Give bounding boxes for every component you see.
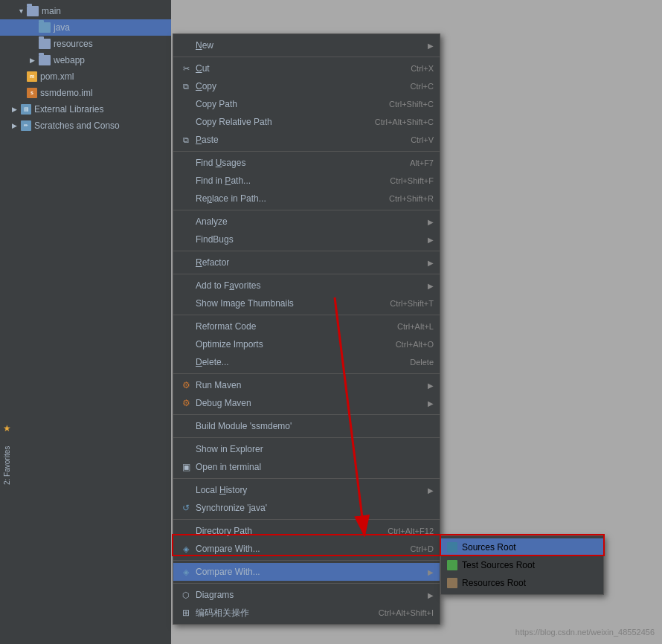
menu-item-new[interactable]: New ▶ (173, 36, 440, 54)
menu-item-local-history[interactable]: Local History ▶ (173, 481, 440, 499)
separator-13 (173, 583, 440, 584)
diagrams-icon: ⬡ (179, 588, 193, 602)
menu-item-copy-relative-path[interactable]: Copy Relative Path Ctrl+Alt+Shift+C (173, 113, 440, 131)
separator-6 (173, 315, 440, 315)
findbugs-icon (179, 233, 193, 246)
folder-icon-java (39, 22, 51, 33)
find-in-path-icon (179, 174, 193, 187)
file-tree: ▼ main java resources ▶ webapp (0, 0, 171, 137)
run-maven-icon: ⚙ (179, 379, 193, 392)
lib-icon-scratches: ✏ (21, 120, 31, 131)
paste-shortcut: Ctrl+V (411, 135, 434, 144)
menu-item-more[interactable]: ⊞ 编码相关操作 Ctrl+Alt+Shift+I (173, 604, 440, 622)
more-icon: ⊞ (179, 606, 193, 619)
delete-icon (179, 355, 193, 369)
tree-item-java[interactable]: java (0, 19, 171, 36)
menu-item-diagrams[interactable]: ⬡ Diagrams ▶ (173, 586, 440, 604)
menu-item-findbugs[interactable]: FindBugs ▶ (173, 231, 440, 248)
separator-5 (173, 274, 440, 274)
separator-1 (173, 57, 440, 57)
submenu-label-test-sources: Test Sources Root (462, 560, 535, 570)
submenu-item-sources-root[interactable]: Sources Root (441, 538, 603, 556)
menu-label-copy-path: Copy Path (196, 99, 374, 109)
tree-item-webapp[interactable]: ▶ webapp (0, 52, 171, 68)
menu-item-mark-directory[interactable]: ◈ Compare With... ▶ (173, 563, 440, 581)
tree-item-ext-libs[interactable]: ▶ ▤ External Libraries (0, 101, 171, 117)
menu-item-reformat[interactable]: Reformat Code Ctrl+Alt+L (173, 318, 440, 335)
tree-item-resources[interactable]: resources (0, 36, 171, 52)
submenu-item-test-sources-root[interactable]: Test Sources Root (441, 556, 603, 574)
menu-item-copy[interactable]: ⧉ Copy Ctrl+C (173, 77, 440, 95)
menu-item-refactor[interactable]: Refactor ▶ (173, 254, 440, 271)
replace-in-path-shortcut: Ctrl+Shift+R (389, 194, 434, 203)
sidebar: ▼ main java resources ▶ webapp (0, 0, 171, 644)
menu-item-replace-in-path[interactable]: Replace in Path... Ctrl+Shift+R (173, 190, 440, 207)
tree-item-scratches[interactable]: ▶ ✏ Scratches and Conso (0, 117, 171, 134)
menu-item-copy-path[interactable]: Copy Path Ctrl+Shift+C (173, 95, 440, 113)
synchronize-icon: ↺ (179, 501, 193, 515)
menu-label-find-usages: Find Usages (196, 158, 395, 168)
xml-icon: m (27, 71, 37, 82)
expand-arrow-scratches: ▶ (12, 122, 21, 129)
menu-label-copy-relative-path: Copy Relative Path (196, 117, 360, 127)
copy-path-shortcut: Ctrl+Shift+C (389, 100, 434, 109)
menu-item-optimize-imports[interactable]: Optimize Imports Ctrl+Alt+O (173, 335, 440, 353)
menu-label-open-terminal: Open in terminal (196, 462, 434, 472)
menu-item-compare-with[interactable]: ◈ Compare With... Ctrl+D (173, 540, 440, 558)
cut-shortcut: Ctrl+X (411, 64, 434, 73)
favorites-tab[interactable]: 2: Favorites (0, 436, 13, 495)
tree-label-main: main (42, 6, 61, 16)
menu-item-show-thumbnails[interactable]: Show Image Thumbnails Ctrl+Shift+T (173, 294, 440, 312)
menu-label-run-maven: Run Maven (196, 380, 425, 390)
find-in-path-shortcut: Ctrl+Shift+F (390, 176, 434, 185)
copy-path-icon (179, 97, 193, 111)
tree-label-java: java (54, 22, 70, 33)
menu-label-analyze: Analyze (196, 216, 425, 227)
cut-icon: ✂ (179, 62, 193, 75)
tree-label-iml: ssmdemo.iml (40, 88, 93, 98)
menu-item-add-favorites[interactable]: Add to Favorites ▶ (173, 277, 440, 294)
menu-label-new: New (196, 40, 425, 51)
menu-label-debug-maven: Debug Maven (196, 398, 425, 408)
delete-shortcut: Delete (410, 358, 434, 367)
refactor-icon (179, 256, 193, 269)
menu-item-open-terminal[interactable]: ▣ Open in terminal (173, 458, 440, 476)
copy-relative-path-icon (179, 115, 193, 129)
tree-item-iml[interactable]: s ssmdemo.iml (0, 85, 171, 101)
copy-shortcut: Ctrl+C (411, 82, 434, 91)
tree-item-main[interactable]: ▼ main (0, 3, 171, 19)
resources-root-icon (447, 578, 457, 588)
show-thumbnails-icon (179, 297, 193, 310)
reformat-icon (179, 320, 193, 333)
submenu-item-resources-root[interactable]: Resources Root (441, 574, 603, 592)
menu-item-debug-maven[interactable]: ⚙ Debug Maven ▶ (173, 394, 440, 412)
optimize-imports-shortcut: Ctrl+Alt+O (396, 340, 434, 349)
menu-label-diagrams: Diagrams (196, 590, 425, 600)
menu-item-build-module[interactable]: Build Module 'ssmdemo' (173, 417, 440, 435)
menu-item-cut[interactable]: ✂ Cut Ctrl+X (173, 59, 440, 77)
copy-relative-path-shortcut: Ctrl+Alt+Shift+C (375, 117, 434, 126)
menu-label-synchronize: Synchronize 'java' (196, 503, 434, 513)
tree-label-ext-libs: External Libraries (34, 104, 103, 115)
menu-item-find-usages[interactable]: Find Usages Alt+F7 (173, 154, 440, 172)
context-menu: New ▶ ✂ Cut Ctrl+X ⧉ Copy Ctrl+C Copy Pa… (173, 33, 440, 625)
menu-item-synchronize[interactable]: ↺ Synchronize 'java' (173, 499, 440, 517)
show-explorer-icon (179, 442, 193, 456)
menu-label-refactor: Refactor (196, 257, 425, 268)
separator-2 (173, 151, 440, 152)
menu-item-delete[interactable]: Delete... Delete (173, 353, 440, 371)
separator-9 (173, 437, 440, 438)
refactor-submenu-arrow: ▶ (428, 259, 434, 267)
submenu-label-resources-root: Resources Root (462, 578, 526, 588)
menu-label-compare-with: Compare With... (196, 544, 396, 554)
menu-item-show-explorer[interactable]: Show in Explorer (173, 440, 440, 458)
folder-icon-main (27, 6, 39, 16)
menu-item-paste[interactable]: ⧉ Paste Ctrl+V (173, 131, 440, 149)
menu-item-run-maven[interactable]: ⚙ Run Maven ▶ (173, 376, 440, 394)
menu-label-delete: Delete... (196, 357, 395, 367)
menu-item-find-in-path[interactable]: Find in Path... Ctrl+Shift+F (173, 172, 440, 190)
replace-in-path-icon (179, 192, 193, 205)
menu-item-analyze[interactable]: Analyze ▶ (173, 213, 440, 231)
tree-item-pom[interactable]: m pom.xml (0, 68, 171, 85)
menu-item-directory-path[interactable]: Directory Path Ctrl+Alt+F12 (173, 522, 440, 540)
